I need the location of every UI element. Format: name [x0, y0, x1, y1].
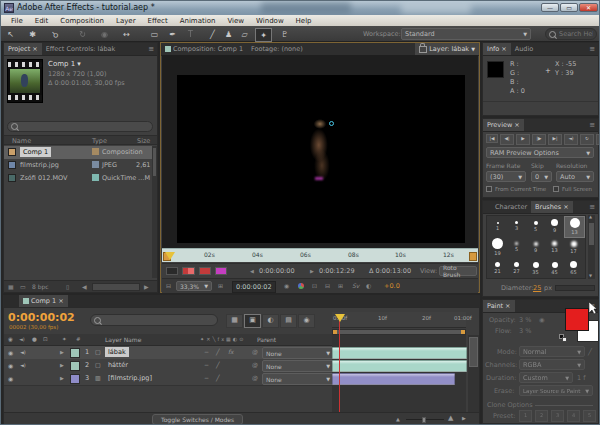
- brush-size-cell[interactable]: 17: [564, 237, 583, 257]
- mode-dropdown[interactable]: Normal ▼: [519, 346, 585, 357]
- close-icon[interactable]: ×: [505, 302, 510, 310]
- tab-preview[interactable]: Preview ×: [483, 119, 524, 131]
- eye-icon[interactable]: ◉: [8, 349, 13, 356]
- toggle-switches-modes-button[interactable]: Toggle Switches / Modes: [152, 414, 243, 425]
- number-column-label[interactable]: #: [76, 336, 81, 342]
- audio-column-icon[interactable]: ◄): [19, 336, 25, 342]
- label-color-chip[interactable]: [70, 348, 80, 358]
- parent-pickwhip-icon[interactable]: @: [252, 348, 258, 355]
- brush-size-cell[interactable]: 5: [507, 237, 526, 257]
- hand-tool-icon[interactable]: ✱: [25, 28, 40, 40]
- tab-composition[interactable]: Composition: Comp 1: [161, 43, 247, 55]
- viewer-timecode[interactable]: 0:00:00:02: [232, 281, 276, 293]
- audio-icon[interactable]: ◄): [20, 349, 26, 355]
- clone-preset-button[interactable]: 2: [535, 410, 548, 422]
- minimize-button[interactable]: —: [541, 3, 559, 12]
- fx-badge[interactable]: fx: [228, 348, 234, 355]
- clone-stamp-tool-icon[interactable]: ♟: [221, 28, 236, 40]
- tab-project[interactable]: Project ×: [4, 43, 42, 55]
- label-column-icon[interactable]: ✦: [62, 336, 67, 342]
- horizontal-scrollbar[interactable]: [92, 283, 140, 291]
- scroll-left-icon[interactable]: ◀: [82, 283, 87, 290]
- menu-animation[interactable]: Animation: [174, 17, 222, 25]
- flowchart-icon[interactable]: ▦: [8, 283, 14, 290]
- layer-name[interactable]: háttér: [105, 360, 131, 370]
- resolution-icon[interactable]: ⊡: [312, 282, 317, 289]
- tab-audio[interactable]: Audio: [511, 43, 537, 55]
- project-search-input[interactable]: [21, 123, 149, 131]
- work-area-start-handle[interactable]: [333, 330, 337, 334]
- work-area-end-handle[interactable]: [469, 252, 477, 261]
- column-size[interactable]: Size: [137, 137, 150, 145]
- project-list-header[interactable]: Name Type Size: [4, 135, 157, 145]
- out-point-icon[interactable]: ▶: [310, 268, 314, 274]
- airbrush-icon[interactable]: ◉: [539, 316, 545, 324]
- parent-dropdown[interactable]: None▼: [262, 347, 334, 359]
- panel-menu-icon[interactable]: ≡: [148, 45, 157, 53]
- menu-composition[interactable]: Composition: [54, 17, 110, 25]
- camera-tool-icon[interactable]: ◉: [97, 28, 112, 40]
- full-screen-checkbox[interactable]: [553, 186, 559, 192]
- layer-row-1[interactable]: ◉ ◄) ▶ 1 ▢ lábak − ╱ fx @ None▼: [4, 346, 332, 360]
- pen-tool-icon[interactable]: ✒: [165, 28, 180, 40]
- diameter-value[interactable]: 25: [533, 284, 541, 292]
- brush-size-cell[interactable]: 65: [564, 258, 583, 278]
- puppet-pin-tool-icon[interactable]: ♇: [277, 28, 292, 40]
- clone-preset-button[interactable]: 5: [583, 410, 596, 422]
- duration-dropdown[interactable]: Custom ▼: [519, 372, 573, 383]
- tab-paint[interactable]: Paint ×: [483, 300, 515, 312]
- snapshot-icon[interactable]: ◉: [284, 282, 289, 289]
- fast-preview-icon[interactable]: ◐: [366, 282, 371, 289]
- pan-behind-tool-icon[interactable]: ↔: [119, 28, 134, 40]
- resolution-dropdown[interactable]: Auto ▼: [556, 171, 594, 182]
- panel-menu-icon[interactable]: ≡: [589, 121, 598, 129]
- restore-button[interactable]: ▭: [560, 3, 578, 12]
- selection-tool-icon[interactable]: ↖: [3, 28, 18, 40]
- type-tool-icon[interactable]: T: [183, 28, 198, 40]
- clone-preset-button[interactable]: 3: [551, 410, 564, 422]
- frame-rate-dropdown[interactable]: (30) ▼: [486, 171, 526, 182]
- layer-name[interactable]: lábak: [105, 347, 129, 357]
- menu-edit[interactable]: Edit: [29, 17, 55, 25]
- tab-info[interactable]: Info ×: [483, 43, 511, 55]
- foreground-color-swatch[interactable]: [565, 308, 589, 331]
- track-area[interactable]: [332, 335, 466, 412]
- next-frame-button[interactable]: |▶: [532, 134, 546, 145]
- work-area-end-handle[interactable]: [461, 330, 465, 334]
- timeline-zoom-slider[interactable]: [406, 419, 444, 420]
- brush-size-cell[interactable]: 13: [545, 237, 564, 257]
- play-button[interactable]: ▶: [516, 134, 530, 145]
- parent-dropdown[interactable]: None▼: [262, 360, 334, 372]
- transparency-toggle[interactable]: [166, 267, 178, 275]
- layer-row-2[interactable]: ◉ ◄) ▶ 2 ▢ háttér − ╱ @ None▼: [4, 359, 332, 373]
- brush-size-cell[interactable]: 3: [507, 216, 526, 236]
- layer-row-3[interactable]: ◉ ▶ 3 ▥ [filmstrip.jpg] − ╱ @ None▼: [4, 372, 332, 386]
- eye-icon[interactable]: ◉: [8, 362, 13, 369]
- out-time[interactable]: 0:00:12:29: [319, 267, 355, 275]
- ram-preview-options-dropdown[interactable]: RAM Preview Options ▼: [486, 147, 594, 158]
- brush-size-cell[interactable]: 9: [545, 216, 564, 236]
- previous-frame-button[interactable]: ◀|: [500, 134, 514, 145]
- brush-size-cell[interactable]: 9: [526, 237, 545, 257]
- show-channel-icon[interactable]: [298, 283, 304, 289]
- zoom-slider-thumb[interactable]: [422, 417, 426, 423]
- close-icon[interactable]: ×: [501, 45, 506, 53]
- rotation-tool-icon[interactable]: ↻: [75, 28, 90, 40]
- motion-blur-icon[interactable]: ◉: [298, 314, 315, 328]
- help-search-box[interactable]: [545, 28, 597, 40]
- canvas[interactable]: [177, 75, 465, 243]
- diameter-slider[interactable]: [555, 285, 595, 291]
- brush-size-cell[interactable]: 21: [488, 258, 507, 278]
- brush-size-cell[interactable]: 19: [488, 237, 507, 257]
- layer-time-ruler[interactable]: 02s 04s 06s 08s 10s 12s: [162, 248, 478, 262]
- brush-size-cell[interactable]: 35: [526, 258, 545, 278]
- new-folder-icon[interactable]: ▭: [20, 283, 26, 290]
- layer-name-column-label[interactable]: Layer Name: [105, 336, 141, 343]
- tab-effect-controls[interactable]: Effect Controls: lábak: [42, 43, 120, 55]
- expand-icon[interactable]: ▶: [60, 349, 64, 355]
- switches-column-icons[interactable]: ✦✕╲fx▦◐⊙: [200, 336, 245, 342]
- project-scrollbar[interactable]: [152, 146, 157, 278]
- scroll-down-icon[interactable]: ▼: [589, 273, 592, 278]
- solo-column-icon[interactable]: ●: [32, 336, 37, 342]
- expand-icon[interactable]: ▶: [60, 362, 64, 368]
